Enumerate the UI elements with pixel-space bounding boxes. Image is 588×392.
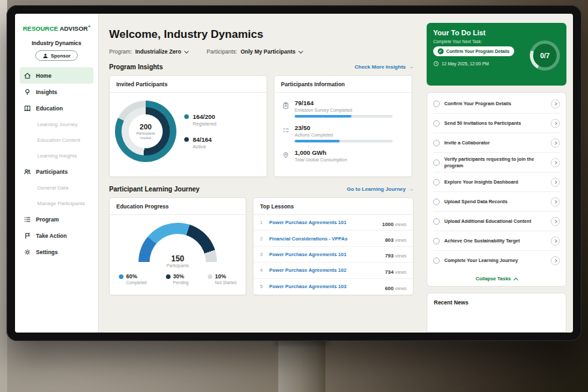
education-progress-card: Education Progress 150 Participants 60: [109, 197, 246, 295]
sidebar-item-education[interactable]: Education: [15, 100, 98, 116]
chevron-down-icon: [299, 48, 303, 53]
brand-plus: +: [88, 24, 90, 29]
teal-dot-icon: [184, 114, 189, 119]
checkbox-circle-icon[interactable]: [433, 257, 440, 264]
checkbox-circle-icon[interactable]: [433, 159, 440, 166]
page-title: Welcome, Industry Dynamics: [109, 28, 414, 41]
sidebar-item-settings[interactable]: Settings: [15, 244, 98, 260]
checkbox-circle-icon[interactable]: [433, 179, 440, 186]
sponsor-badge-label: Sponsor: [51, 53, 71, 59]
lesson-row[interactable]: 3 Power Purchase Agreements 101 793views: [253, 247, 413, 263]
blue-dot-icon: [119, 274, 123, 279]
arrow-right-icon: →: [408, 186, 414, 192]
person-icon: [42, 53, 48, 59]
stat-label: Emission Survey Completed: [295, 108, 393, 112]
lesson-views: 803: [385, 237, 393, 243]
task-row[interactable]: Invite a Collaborator: [433, 133, 560, 153]
org-name: Industry Dynamics: [15, 40, 98, 46]
chevron-right-icon[interactable]: [551, 256, 560, 265]
collapse-label: Collapse Tasks: [476, 276, 511, 282]
book-icon: [24, 105, 31, 112]
chevron-right-icon[interactable]: [551, 197, 560, 206]
lesson-rank: 5: [260, 284, 264, 289]
chevron-right-icon[interactable]: [551, 99, 560, 108]
program-filter-dropdown[interactable]: Program: Industrialize Zero: [109, 48, 188, 55]
home-icon: [24, 72, 31, 80]
lesson-link[interactable]: Power Purchase Agreements 101: [269, 220, 377, 225]
lesson-link[interactable]: Power Purchase Agreements 101: [269, 252, 380, 257]
task-row[interactable]: Upload Additional Educational Content: [433, 212, 560, 231]
task-row[interactable]: Achieve One Sustainability Target: [433, 231, 560, 251]
legend-label: Completed: [126, 280, 146, 285]
checkbox-circle-icon[interactable]: [433, 120, 440, 127]
filter-bar: Program: Industrialize Zero Participants…: [109, 48, 414, 55]
actions-progress-bar: [295, 140, 393, 142]
checkbox-circle-icon[interactable]: [433, 238, 440, 244]
sidebar-item-label: Manage Participants: [37, 201, 85, 206]
lesson-views-label: views: [395, 270, 406, 274]
collapse-tasks-button[interactable]: Collapse Tasks: [433, 270, 560, 284]
task-row[interactable]: Explore Your Insights Dashboard: [433, 172, 560, 192]
task-row[interactable]: Verify participants requesting to join t…: [433, 153, 560, 172]
chevron-right-icon[interactable]: [551, 178, 560, 187]
lesson-rank: 3: [260, 252, 264, 257]
task-label: Explore Your Insights Dashboard: [444, 179, 546, 185]
checkbox-circle-icon[interactable]: [433, 199, 440, 205]
brand-resource: RESOURCE: [23, 25, 58, 32]
sidebar-item-program[interactable]: Program: [15, 211, 98, 227]
lesson-link[interactable]: Financial Considerations - VPPAs: [269, 236, 380, 242]
chevron-right-icon[interactable]: [551, 158, 560, 167]
lesson-row[interactable]: 1 Power Purchase Agreements 101 1000view…: [253, 215, 413, 231]
legend-value: 30%: [173, 273, 189, 280]
checkbox-circle-icon[interactable]: [433, 218, 440, 225]
checkbox-circle-icon[interactable]: [433, 140, 440, 146]
legend-value: 164/200: [193, 113, 216, 120]
sponsor-badge[interactable]: Sponsor: [35, 50, 78, 61]
chevron-right-icon[interactable]: [551, 139, 560, 148]
sidebar-item-manage-participants[interactable]: Manage Participants: [15, 195, 98, 211]
sidebar-item-learning-insights[interactable]: Learning Insights: [15, 148, 98, 163]
lesson-row[interactable]: 4 Power Purchase Agreements 102 734views: [253, 263, 413, 278]
sidebar-item-label: General Data: [37, 185, 69, 191]
lesson-link[interactable]: Power Purchase Agreements 102: [269, 267, 380, 273]
card-title: Invited Participants: [110, 76, 267, 93]
task-row[interactable]: Upload Spend Data Records: [433, 192, 560, 212]
sidebar-item-label: Learning Journey: [37, 122, 78, 127]
sidebar-item-insights[interactable]: Insights: [15, 84, 98, 100]
checkbox-circle-icon[interactable]: [433, 101, 440, 107]
legend-label: Active: [193, 144, 212, 150]
donut-center-value: 200: [140, 123, 152, 131]
lesson-row[interactable]: 2 Financial Considerations - VPPAs 803vi…: [253, 231, 413, 246]
navy-dot-icon: [166, 274, 171, 279]
sidebar-item-education-content[interactable]: Education Content: [15, 132, 98, 148]
sidebar-item-home[interactable]: Home: [20, 67, 93, 84]
check-more-insights-link[interactable]: Check More Insights →: [355, 64, 414, 70]
chevron-right-icon[interactable]: [551, 237, 560, 246]
program-filter-value: Industrialize Zero: [135, 48, 181, 55]
checklist-icon: [282, 125, 289, 142]
task-row[interactable]: Send 50 Invitations to Participants: [433, 114, 560, 133]
next-task-pill[interactable]: Confirm Your Program Details: [433, 46, 514, 56]
chevron-right-icon[interactable]: [551, 119, 560, 128]
participants-filter-dropdown[interactable]: Participants: Only My Participants: [206, 48, 302, 55]
stat-value: 23/50: [295, 124, 393, 131]
task-row[interactable]: Confirm Your Program Details: [433, 94, 560, 114]
sidebar-item-take-action[interactable]: Take Action: [15, 227, 98, 244]
clock-icon: [433, 61, 439, 67]
clipboard-icon: [282, 100, 289, 118]
go-to-learning-journey-link[interactable]: Go to Learning Journey →: [347, 186, 414, 192]
chevron-right-icon[interactable]: [551, 217, 560, 226]
scene-background: RESOURCE ADVISOR+ Industry Dynamics Spon…: [0, 0, 588, 392]
lesson-row[interactable]: 5 Power Purchase Agreements 103 600views: [253, 279, 413, 295]
link-label: Check More Insights: [355, 64, 406, 70]
chevron-down-icon: [184, 48, 189, 53]
donut-center-label: Participants Invited: [132, 131, 159, 140]
sidebar-item-participants[interactable]: Participants: [15, 163, 98, 180]
sidebar-item-learning-journey[interactable]: Learning Journey: [15, 116, 98, 132]
task-row[interactable]: Complete Your Learning Journey: [433, 251, 560, 270]
lesson-link[interactable]: Power Purchase Agreements 103: [269, 284, 380, 289]
todo-panel: Your To Do List Complete Your Next Task:…: [421, 14, 573, 333]
program-insights-header: Program Insights Check More Insights →: [109, 63, 414, 71]
sidebar-item-general-data[interactable]: General Data: [15, 180, 98, 195]
emission-survey-progress-bar: [295, 115, 393, 118]
